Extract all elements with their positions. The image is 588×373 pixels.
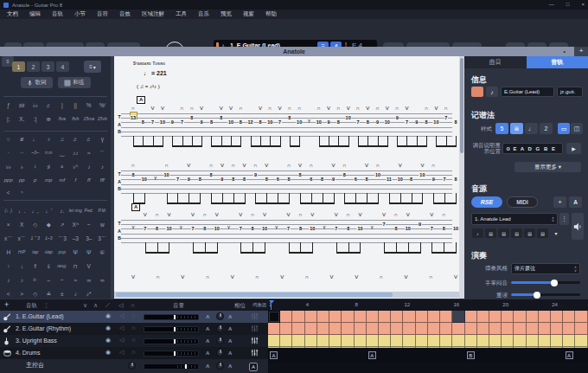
matrix-cell-bar-13[interactable] (416, 323, 428, 335)
palette-symbol[interactable]: < (2, 190, 16, 196)
matrix-cell-bar-18[interactable] (477, 311, 489, 323)
fret-number[interactable]: 10 (159, 119, 165, 125)
mute-icon[interactable]: ◁ (119, 325, 124, 331)
palette-symbol[interactable]: ↗ (55, 222, 69, 228)
palette-symbol[interactable]: ≈ (82, 150, 96, 158)
document-tab-title[interactable]: Anatole (0, 47, 588, 56)
score-horizontal-scrollbar[interactable] (114, 292, 459, 298)
fret-number[interactable]: 8 (410, 177, 413, 182)
volume-slider[interactable] (144, 314, 199, 320)
fret-number[interactable]: 7 (151, 119, 155, 125)
fret-number[interactable]: 9 (253, 172, 257, 177)
palette-symbol[interactable]: x⌒ (16, 235, 29, 243)
matrix-cell-bar-2[interactable] (280, 335, 292, 347)
matrix-cell-bar-10[interactable] (379, 311, 391, 323)
fret-number[interactable]: 7 (430, 226, 433, 231)
fret-number[interactable]: 7 (444, 115, 448, 120)
voice-button-2[interactable]: 2 (27, 61, 40, 72)
palette-symbol[interactable]: ff (82, 177, 96, 183)
notation-style-button-4[interactable]: 2 (540, 123, 553, 134)
matrix-cell-bar-8[interactable] (355, 323, 367, 335)
fret-number[interactable]: 10 (316, 119, 322, 125)
matrix-cell-bar-25[interactable] (563, 335, 575, 347)
matrix-cell-bar-7[interactable] (342, 311, 354, 323)
visibility-eye-icon[interactable]: ◉ (105, 337, 111, 344)
matrix-cell-bar-16[interactable] (452, 323, 464, 335)
mute-icon[interactable]: ◁ (119, 337, 124, 344)
play-style-select[interactable]: 弹片拨弦 ∧∨ (511, 263, 580, 274)
fret-number[interactable]: 8 (131, 172, 135, 177)
palette-symbol[interactable]: –3– (29, 150, 42, 158)
fret-number[interactable]: 8 (454, 177, 457, 182)
palette-symbol[interactable]: ♩. (16, 208, 29, 214)
fret-number[interactable]: 8 (220, 115, 223, 120)
palette-symbol[interactable]: ♫ (55, 136, 69, 142)
pan-knob[interactable] (216, 325, 224, 332)
track-row-1[interactable]: 1. E.Guitar (Lead)◉◁∩AA (0, 311, 268, 323)
fret-number[interactable]: 8 (336, 119, 340, 125)
fret-number[interactable]: 10 (166, 226, 172, 231)
notation-style-button-2[interactable]: ≣ (510, 123, 523, 134)
master-gain-knob[interactable] (128, 362, 136, 370)
fret-number[interactable]: 10 (384, 119, 390, 125)
matrix-cell-bar-14[interactable] (428, 335, 440, 347)
palette-symbol[interactable]: H/P (16, 249, 29, 256)
rse-button[interactable]: RSE (471, 196, 502, 208)
fret-number[interactable]: 7 (382, 222, 386, 227)
notation-style-button-3[interactable]: ♩ (525, 123, 538, 134)
amp2-icon[interactable]: ▤ (498, 228, 509, 238)
palm-mute-slider[interactable] (511, 281, 580, 284)
fret-number[interactable]: 8 (298, 226, 302, 231)
fret-number[interactable]: 9 (431, 177, 435, 182)
palette-symbol[interactable]: × (55, 164, 69, 170)
mute-icon[interactable]: ◁ (119, 312, 124, 319)
matrix-cell-bar-5[interactable] (317, 335, 329, 347)
palette-symbol[interactable]: :| (29, 116, 42, 123)
palette-symbol[interactable]: f (69, 177, 83, 183)
matrix-cell-bar-22[interactable] (527, 311, 539, 323)
track-color-swatch[interactable] (471, 87, 483, 97)
fret-number[interactable]: 10 (452, 226, 458, 231)
equalizer-icon[interactable] (251, 337, 259, 345)
palette-symbol[interactable]: ‿ (55, 150, 69, 158)
matrix-cell-bar-5[interactable] (317, 311, 329, 323)
matrix-cell-bar-15[interactable] (440, 323, 452, 335)
pedal2-icon[interactable]: ▤ (537, 228, 548, 238)
master-pan-automation[interactable]: A (228, 359, 232, 373)
palette-symbol[interactable]: ± (55, 291, 69, 298)
section-marker-a[interactable]: A (368, 351, 376, 359)
lyrics-button[interactable]: 歌词 (21, 77, 53, 88)
palette-symbol[interactable]: ♭♭ (2, 164, 16, 170)
fret-number[interactable]: 10 (214, 226, 220, 231)
matrix-cell-bar-24[interactable] (551, 323, 563, 335)
fret-number[interactable]: 9 (220, 177, 224, 182)
volume-automation-label[interactable]: A (206, 323, 209, 335)
volume-slider[interactable] (144, 350, 199, 357)
palette-symbol[interactable]: slap (42, 249, 56, 256)
palette-symbol[interactable]: ~ (55, 277, 69, 283)
voice-button-4[interactable]: 4 (56, 61, 69, 72)
palette-symbol[interactable]: ♪ (16, 277, 29, 283)
matrix-cell-bar-4[interactable] (305, 311, 317, 323)
fret-number[interactable]: 7 (176, 177, 179, 182)
matrix-cell-bar-15[interactable] (440, 311, 452, 323)
matrix-cell-bar-11[interactable] (391, 335, 403, 347)
matrix-cell-bar-20[interactable] (502, 323, 514, 335)
palette-symbol[interactable]: ⑥ (96, 249, 110, 256)
equalizer-icon[interactable] (251, 325, 259, 333)
fret-number[interactable]: 9 (376, 119, 380, 125)
solo-headphones-icon[interactable]: ∩ (131, 337, 136, 343)
matrix-cell-bar-4[interactable] (305, 323, 317, 335)
palette-symbol[interactable]: ≗ (42, 291, 56, 298)
matrix-cell-bar-1[interactable] (268, 311, 280, 323)
palette-symbol[interactable]: ♪ (69, 291, 83, 298)
palette-symbol[interactable]: γ (96, 136, 110, 142)
palette-symbol[interactable]: Ped. (82, 208, 96, 214)
minimize-button[interactable]: — (549, 0, 554, 10)
palette-symbol[interactable]: ⇓ (42, 263, 56, 270)
track-name[interactable]: 4. Drums (16, 347, 40, 359)
palette-symbol[interactable]: X. (16, 116, 29, 123)
palette-symbol[interactable]: ◆ (42, 222, 56, 228)
matrix-cell-bar-18[interactable] (477, 335, 489, 347)
palette-symbol[interactable]: fff (96, 177, 110, 183)
